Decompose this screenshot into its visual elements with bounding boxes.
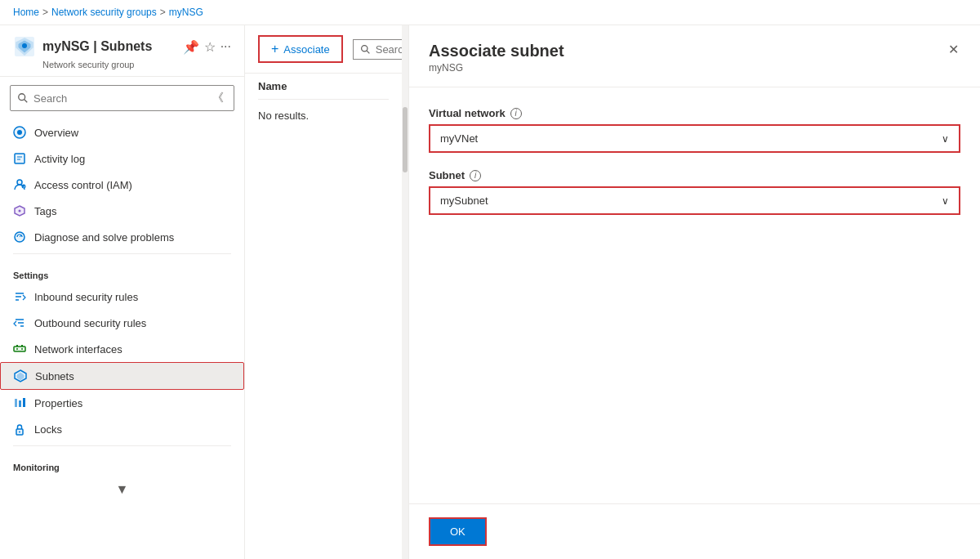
sidebar-item-locks[interactable]: Locks [0,416,244,442]
sidebar-item-tags[interactable]: Tags [0,198,244,224]
sidebar-item-activity-log[interactable]: Activity log [0,145,244,172]
sidebar-item-iam-label: Access control (IAM) [34,179,132,191]
vnet-chevron-icon: ∨ [942,133,949,145]
properties-icon [13,396,26,409]
svg-rect-30 [15,399,17,407]
monitoring-section-label: Monitoring [0,449,244,476]
svg-text:✓: ✓ [23,185,25,189]
sidebar-item-nic[interactable]: Network interfaces [0,336,244,362]
svg-line-36 [367,51,369,53]
associate-button-label: Associate [283,43,329,56]
svg-point-11 [17,180,22,185]
iam-icon: ✓ [13,178,26,191]
sidebar-title: myNSG | Subnets [42,39,152,54]
sidebar-item-iam[interactable]: ✓ Access control (IAM) [0,172,244,198]
svg-rect-8 [15,154,24,163]
vnet-dropdown[interactable]: myVNet ∨ [429,124,960,153]
sidebar-item-inbound-label: Inbound security rules [34,291,138,303]
collapse-button[interactable]: 《 [209,89,227,107]
vnet-label: Virtual network i [429,107,960,119]
svg-point-14 [19,210,21,212]
sidebar-item-diagnose[interactable]: Diagnose and solve problems [0,224,244,250]
plus-icon: + [271,42,278,56]
activity-icon [13,152,26,165]
svg-rect-31 [19,400,21,407]
breadcrumb: Home > Network security groups > myNSG [0,0,980,25]
search-icon [17,92,29,104]
breadcrumb-current[interactable]: myNSG [169,7,203,18]
svg-point-34 [19,432,20,433]
no-results: No results. [258,100,389,132]
more-icon[interactable]: ··· [220,39,231,54]
subnet-info-icon[interactable]: i [470,170,481,181]
vnet-form-group: Virtual network i myVNet ∨ [429,107,960,153]
breadcrumb-nsg[interactable]: Network security groups [51,7,157,18]
panel-title: Associate subnet [429,42,564,60]
overview-icon [13,126,26,139]
panel-body: Virtual network i myVNet ∨ Subnet i [409,87,980,503]
star-icon[interactable]: ☆ [204,39,216,55]
sidebar-item-subnets[interactable]: Subnets [0,362,244,390]
search-subnets-box [353,39,402,60]
sidebar-item-outbound[interactable]: Outbound security rules [0,310,244,336]
breadcrumb-sep2: > [160,7,166,18]
sidebar-item-activity-label: Activity log [34,153,85,165]
sidebar-item-tags-label: Tags [34,205,56,217]
tags-icon [13,204,26,217]
vnet-info-icon[interactable]: i [510,108,522,119]
outbound-icon [13,316,26,329]
svg-rect-23 [14,347,25,351]
content-area: + Associate Name No results. [245,25,402,559]
nsg-icon [13,35,36,58]
subnet-label: Subnet i [429,169,960,181]
svg-point-27 [21,348,23,350]
sidebar-item-inbound[interactable]: Inbound security rules [0,284,244,310]
svg-rect-32 [23,398,25,407]
locks-icon [13,423,26,436]
scrollbar-track [403,25,408,559]
close-button[interactable]: ✕ [947,42,960,58]
subnet-dropdown[interactable]: mySubnet ∨ [429,186,960,215]
search-subnets-icon [360,44,371,55]
inbound-icon [13,290,26,303]
table-col-name: Name [258,80,287,92]
associate-panel: Associate subnet myNSG ✕ Virtual network… [408,25,980,559]
sidebar: myNSG | Subnets 📌 ☆ ··· Network security… [0,25,245,559]
svg-rect-25 [21,345,23,347]
ok-button[interactable]: OK [429,517,487,546]
search-input[interactable] [33,92,204,105]
scrollbar-area [402,25,408,559]
sidebar-item-properties[interactable]: Properties [0,390,244,416]
pin-icon[interactable]: 📌 [183,39,199,55]
settings-divider [13,253,231,254]
content-toolbar: + Associate [245,25,402,74]
sidebar-item-outbound-label: Outbound security rules [34,317,146,329]
sidebar-subtitle: Network security group [42,60,231,69]
panel-subtitle: myNSG [429,62,564,74]
svg-point-35 [361,45,367,51]
sidebar-item-overview-label: Overview [34,127,78,139]
associate-button[interactable]: + Associate [258,35,343,63]
subnet-form-group: Subnet i mySubnet ∨ [429,169,960,215]
sidebar-item-overview[interactable]: Overview [0,119,244,145]
vnet-value: myVNet [440,132,478,145]
sidebar-header: myNSG | Subnets 📌 ☆ ··· Network security… [0,25,244,77]
svg-rect-24 [16,345,18,347]
sidebar-item-diagnose-label: Diagnose and solve problems [34,231,174,244]
svg-point-7 [17,130,22,135]
settings-section-label: Settings [0,257,244,284]
monitoring-divider [13,445,231,446]
content-table: Name No results. [245,74,402,132]
sidebar-item-subnets-label: Subnets [35,370,74,382]
panel-footer: OK [409,503,980,559]
svg-point-3 [22,43,27,48]
search-subnets-input[interactable] [376,43,402,56]
svg-point-4 [19,94,25,101]
scrollbar-thumb[interactable] [403,107,408,172]
sidebar-title-icons: 📌 ☆ ··· [183,39,231,55]
diagnose-icon [13,230,26,244]
svg-point-26 [16,348,18,350]
sidebar-item-nic-label: Network interfaces [34,343,122,356]
breadcrumb-home[interactable]: Home [13,7,39,18]
breadcrumb-sep1: > [42,7,48,18]
